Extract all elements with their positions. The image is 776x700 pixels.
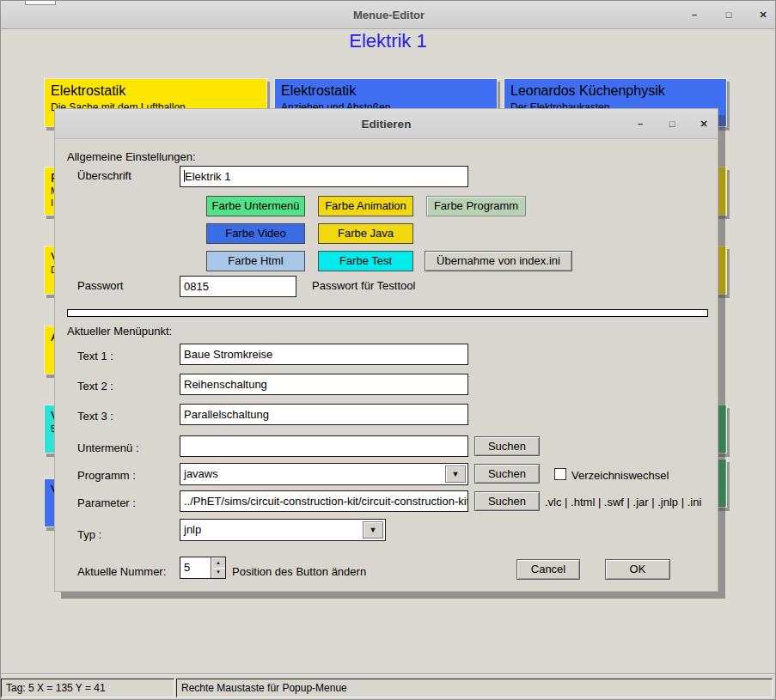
tile-title: Elektrostatik [51, 83, 266, 99]
farbe-html-button[interactable]: Farbe Html [206, 251, 305, 271]
farbe-java-button[interactable]: Farbe Java [318, 223, 413, 244]
programm-label: Programm : [77, 469, 136, 482]
spinner-down-icon[interactable]: ▼ [211, 568, 225, 578]
dialog-titlebar: Editieren – □ ✕ [55, 109, 718, 139]
typ-combobox[interactable]: jnlp ▼ [180, 519, 386, 541]
farbe-video-button[interactable]: Farbe Video [206, 223, 305, 244]
window-titlebar: Menue-Editor – □ ✕ [1, 1, 776, 29]
tile-title: Leonardos Küchenphysik [510, 83, 726, 99]
farbe-test-button[interactable]: Farbe Test [318, 251, 413, 271]
general-settings-label: Allgemeine Einstellungen: [67, 150, 196, 163]
passwort-input[interactable]: 0815 [180, 276, 296, 297]
dialog-maximize-icon[interactable]: □ [661, 109, 683, 139]
farbe-untermenu-button[interactable]: Farbe Untermenü [206, 196, 305, 216]
ueberschrift-value: Elektrik 1 [185, 170, 230, 183]
tile-title: Elektrostatik [281, 83, 497, 99]
menupunkt-label: Aktueller Menüpunkt: [67, 325, 172, 338]
statusbar-hint: Rechte Maustaste für Popup-Menue [176, 679, 773, 697]
nummer-spinner[interactable]: 5 ▲ ▼ [180, 557, 226, 579]
nummer-value: 5 [180, 557, 213, 578]
uebernahme-index-button[interactable]: Übernahme von index.ini [425, 251, 572, 271]
page-title: Elektrik 1 [1, 30, 775, 52]
verzeichniswechsel-checkbox[interactable] [554, 468, 566, 480]
untermenu-input[interactable] [180, 435, 468, 457]
background-window-edge [25, 1, 56, 5]
passwort-label: Passwort [77, 279, 123, 292]
window-close-icon[interactable]: ✕ [751, 1, 775, 29]
dialog-minimize-icon[interactable]: – [629, 109, 651, 139]
ueberschrift-input[interactable]: Elektrik 1 [180, 166, 468, 187]
statusbar-coordinates: Tag: 5 X = 135 Y = 41 [1, 679, 174, 697]
dialog-close-icon[interactable]: ✕ [693, 109, 715, 139]
passwort-hint-label: Passwort für Testtool [312, 279, 415, 292]
suchen-programm-button[interactable]: Suchen [474, 464, 540, 484]
suchen-untermenu-button[interactable]: Suchen [474, 436, 540, 456]
text1-label: Text 1 : [77, 350, 113, 362]
typ-value: jnlp [184, 523, 201, 536]
untermenu-label: Untermenü : [77, 441, 139, 454]
programm-value: javaws [184, 467, 218, 480]
ueberschrift-label: Überschrift [77, 169, 131, 182]
text3-input[interactable]: Parallelschaltung [180, 404, 468, 425]
farbe-programm-button[interactable]: Farbe Programm [426, 196, 526, 216]
position-hint-label: Position des Button ändern [232, 565, 366, 578]
verzeichniswechsel-label: Verzeichniswechsel [571, 469, 669, 482]
spinner-buttons: ▲ ▼ [211, 557, 225, 578]
window-maximize-icon[interactable]: □ [717, 1, 741, 29]
programm-combobox[interactable]: javaws ▼ [180, 463, 468, 485]
extensions-label: .vlc | .html | .swf | .jar | .jnlp | .in… [545, 496, 701, 508]
window-minimize-icon[interactable]: – [682, 1, 706, 29]
aktuelle-nummer-label: Aktuelle Nummer: [77, 565, 166, 578]
edit-dialog: Editieren – □ ✕ Allgemeine Einstellungen… [54, 108, 718, 592]
cancel-button[interactable]: Cancel [516, 559, 580, 580]
menue-editor-window: Menue-Editor – □ ✕ Elektrik 1 Elektrosta… [0, 0, 776, 700]
statusbar-divider [1, 673, 776, 675]
dialog-title: Editieren [55, 109, 718, 139]
text2-label: Text 2 : [77, 380, 113, 393]
window-title: Menue-Editor [1, 1, 776, 29]
typ-label: Typ : [77, 528, 101, 541]
ok-button[interactable]: OK [605, 559, 670, 580]
text2-input[interactable]: Reihenschaltung [180, 374, 468, 395]
chevron-down-icon[interactable]: ▼ [445, 466, 466, 483]
farbe-animation-button[interactable]: Farbe Animation [318, 196, 413, 216]
text3-label: Text 3 : [77, 410, 113, 423]
suchen-parameter-button[interactable]: Suchen [474, 491, 540, 511]
parameter-input[interactable]: ../PhET/sims/circuit-construction-kit/ci… [180, 490, 468, 512]
chevron-down-icon[interactable]: ▼ [363, 521, 383, 539]
text1-input[interactable]: Baue Stromkreise [180, 344, 468, 365]
parameter-label: Parameter : [77, 496, 136, 509]
section-separator [67, 309, 708, 317]
